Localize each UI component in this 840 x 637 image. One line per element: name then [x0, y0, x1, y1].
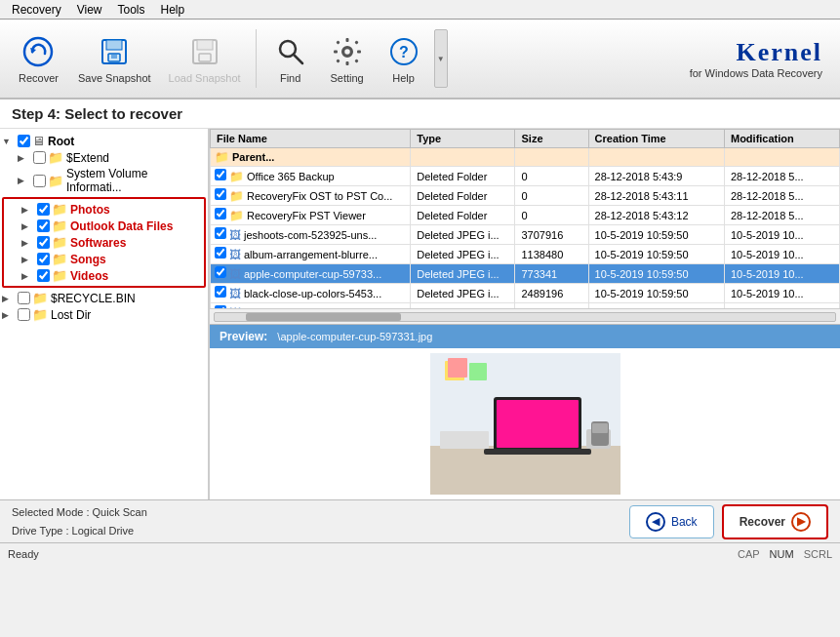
expand-softwares[interactable]: ▶: [21, 238, 35, 248]
table-row[interactable]: 📁Parent...: [211, 148, 840, 167]
recover-footer-button[interactable]: Recover ▶: [722, 504, 828, 539]
tree-label-lostdir: Lost Dir: [51, 308, 91, 322]
svg-rect-3: [106, 40, 122, 50]
recover-button[interactable]: Recover: [8, 29, 69, 89]
file-cell-type: Deleted JPEG i...: [411, 245, 515, 264]
svg-line-11: [294, 55, 302, 63]
tree-node-lostdir[interactable]: ▶ 📁 Lost Dir: [2, 306, 206, 323]
menu-item-recovery[interactable]: Recovery: [4, 2, 69, 18]
expand-sextend[interactable]: ▶: [18, 153, 31, 163]
table-row[interactable]: 📁Office 365 BackupDeleted Folder028-12-2…: [211, 167, 840, 186]
checkbox-recycle[interactable]: [18, 292, 30, 304]
save-snapshot-button[interactable]: Save Snapshot: [69, 29, 160, 89]
file-checkbox[interactable]: [215, 188, 226, 200]
expand-sysvolume[interactable]: ▶: [18, 176, 31, 185]
expand-songs[interactable]: ▶: [21, 255, 35, 264]
folder-icon-lostdir: 📁: [32, 307, 48, 322]
folder-icon-sysvolume: 📁: [48, 174, 63, 188]
checkbox-sextend[interactable]: [33, 151, 46, 164]
scrollbar-track[interactable]: [214, 312, 836, 322]
file-cell-modification: 10-5-2019 10...: [724, 225, 839, 245]
checkbox-sysvolume[interactable]: [33, 175, 46, 187]
expand-outlook[interactable]: ▶: [21, 221, 35, 231]
folder-icon: 📁: [229, 170, 244, 183]
setting-button[interactable]: Setting: [319, 29, 376, 89]
table-row[interactable]: 🖼black-close-up-colors-5453...Deleted JP…: [211, 284, 840, 303]
footer-mode-label: Selected Mode: [12, 506, 83, 518]
help-button[interactable]: ? Help: [376, 29, 432, 89]
svg-rect-36: [592, 423, 608, 433]
main-area: ▼ 🖥 Root ▶ 📁 $Extend ▶ 📁 System Volume I…: [0, 129, 840, 499]
file-table-container[interactable]: File Name Type Size Creation Time Modifi…: [210, 129, 840, 308]
tree-node-softwares[interactable]: ▶ 📁 Softwares: [6, 234, 202, 251]
file-checkbox[interactable]: [215, 266, 226, 278]
svg-text:?: ?: [399, 44, 409, 60]
file-cell-size: [515, 148, 588, 167]
checkbox-outlook[interactable]: [37, 219, 50, 232]
file-cell-type: Deleted Folder: [411, 206, 515, 225]
highlighted-folder-group: ▶ 📁 Photos ▶ 📁 Outlook Data Files ▶ 📁 So…: [2, 197, 206, 288]
file-checkbox[interactable]: [215, 227, 226, 239]
file-checkbox[interactable]: [215, 169, 226, 180]
toolbar-dropdown-arrow[interactable]: ▼: [434, 29, 448, 88]
menu-item-view[interactable]: View: [69, 2, 110, 18]
svg-point-21: [343, 48, 351, 56]
tree-node-videos[interactable]: ▶ 📁 Videos: [6, 267, 202, 284]
load-snapshot-label: Load Snapshot: [169, 72, 241, 84]
checkbox-photos[interactable]: [37, 203, 50, 216]
tree-node-songs[interactable]: ▶ 📁 Songs: [6, 251, 202, 267]
table-row[interactable]: 📁RecoveryFix OST to PST Co...Deleted Fol…: [211, 186, 840, 206]
expand-recycle[interactable]: ▶: [2, 294, 16, 303]
col-header-size: Size: [515, 130, 588, 148]
save-snapshot-icon: [97, 34, 132, 69]
file-cell-type: Deleted Folder: [411, 167, 515, 186]
tree-node-outlook[interactable]: ▶ 📁 Outlook Data Files: [6, 218, 202, 234]
menu-item-tools[interactable]: Tools: [109, 2, 152, 18]
folder-icon-photos: 📁: [52, 202, 67, 217]
file-cell-modification: 10-5-2019 10...: [724, 245, 839, 264]
svg-rect-29: [469, 363, 487, 380]
checkbox-lostdir[interactable]: [18, 308, 30, 321]
col-header-type: Type: [411, 130, 515, 148]
menu-item-help[interactable]: Help: [153, 2, 193, 18]
tree-node-recycle[interactable]: ▶ 📁 $RECYCLE.BIN: [2, 290, 206, 306]
setting-label: Setting: [330, 72, 363, 84]
table-row[interactable]: 📁RecoveryFix PST ViewerDeleted Folder028…: [211, 206, 840, 225]
table-row[interactable]: 🖼jeshoots-com-523925-uns...Deleted JPEG …: [211, 225, 840, 245]
tree-node-root[interactable]: ▼ 🖥 Root: [2, 133, 206, 149]
expand-root[interactable]: ▼: [2, 137, 16, 146]
table-row[interactable]: 🖼album-arrangement-blurre...Deleted JPEG…: [211, 245, 840, 264]
horizontal-scrollbar[interactable]: [210, 308, 840, 324]
expand-videos[interactable]: ▶: [21, 271, 35, 281]
load-snapshot-button[interactable]: Load Snapshot: [160, 29, 250, 89]
footer-drive-label: Drive Type: [12, 525, 62, 537]
footer-buttons: ◀ Back Recover ▶: [629, 504, 828, 539]
tree-node-sysvolume[interactable]: ▶ 📁 System Volume Informati...: [2, 166, 206, 195]
checkbox-videos[interactable]: [37, 269, 50, 282]
image-icon: 🖼: [229, 248, 241, 261]
save-snapshot-label: Save Snapshot: [78, 72, 151, 84]
checkbox-songs[interactable]: [37, 253, 50, 265]
tree-label-songs: Songs: [70, 253, 106, 266]
find-button[interactable]: Find: [262, 29, 319, 89]
checkbox-softwares[interactable]: [37, 236, 50, 249]
svg-rect-20: [354, 59, 358, 62]
expand-lostdir[interactable]: ▶: [2, 310, 16, 320]
image-icon: 🖼: [229, 228, 241, 242]
file-checkbox[interactable]: [215, 247, 226, 259]
tree-node-photos[interactable]: ▶ 📁 Photos: [6, 201, 202, 218]
folder-icon: 📁: [229, 209, 244, 222]
scrollbar-thumb[interactable]: [246, 313, 401, 321]
svg-rect-15: [334, 50, 338, 53]
expand-photos[interactable]: ▶: [21, 205, 35, 215]
chevron-down-icon: ▼: [437, 55, 445, 63]
tree-panel: ▼ 🖥 Root ▶ 📁 $Extend ▶ 📁 System Volume I…: [0, 129, 210, 499]
table-row[interactable]: 🖼apple-computer-cup-59733...Deleted JPEG…: [211, 264, 840, 284]
file-checkbox[interactable]: [215, 208, 226, 219]
back-button[interactable]: ◀ Back: [629, 505, 714, 538]
checkbox-root[interactable]: [18, 135, 30, 147]
tree-node-sextend[interactable]: ▶ 📁 $Extend: [2, 149, 206, 166]
file-checkbox[interactable]: [215, 286, 226, 298]
svg-rect-32: [484, 449, 591, 455]
brand-area: Kernel for Windows Data Recovery: [690, 38, 832, 79]
